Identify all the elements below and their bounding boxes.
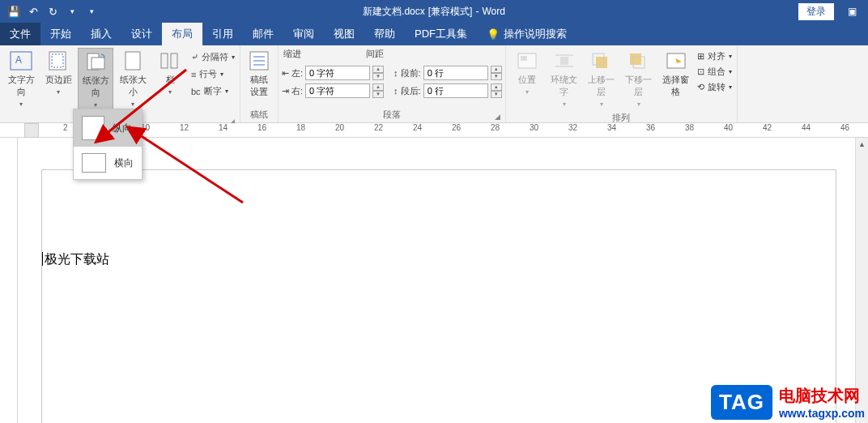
group-objects-button[interactable]: ⊡组合▾ <box>696 65 734 79</box>
undo-icon[interactable]: ↶ <box>24 2 42 20</box>
lightbulb-icon: 💡 <box>487 28 500 41</box>
tab-references[interactable]: 引用 <box>202 23 243 45</box>
ruler-mark: 42 <box>763 123 802 137</box>
group-icon: ⊡ <box>697 66 704 77</box>
wrap-text-button[interactable]: 环绕文 字▾ <box>547 48 582 110</box>
ribbon-options-icon[interactable]: ▣ <box>840 6 863 17</box>
tab-view[interactable]: 视图 <box>324 23 364 45</box>
ruler-mark: 22 <box>374 123 413 137</box>
tab-insert[interactable]: 插入 <box>81 23 121 45</box>
ruler-mark: 46 <box>840 123 868 137</box>
tell-me[interactable]: 💡 操作说明搜索 <box>477 23 577 45</box>
send-backward-button[interactable]: 下移一层▾ <box>621 48 657 110</box>
ruler-mark: 40 <box>724 123 763 137</box>
group-arrange: 位置▾ 环绕文 字▾ 上移一层▾ 下移一层▾ 选择窗格 ⊞对齐▾ ⊡组合▾ <box>506 45 738 122</box>
svg-rect-15 <box>560 57 568 65</box>
save-icon[interactable]: 💾 <box>5 2 23 20</box>
margins-button[interactable]: 页边距▾ <box>40 48 76 98</box>
indent-left-input[interactable] <box>305 66 370 80</box>
ruler-mark: 16 <box>257 123 296 137</box>
tab-mailings[interactable]: 邮件 <box>243 23 283 45</box>
indent-left-icon: ⇤ <box>282 68 289 79</box>
line-numbers-button[interactable]: ≡行号▾ <box>189 66 236 82</box>
indent-right-spinner[interactable]: ▲▼ <box>372 83 384 98</box>
title-bar: 💾 ↶ ↻ ▾ ▾ 新建文档.docx [兼容模式] - Word 登录 ▣ <box>0 0 868 23</box>
hyphenation-button[interactable]: bc断字▾ <box>189 83 236 99</box>
paragraph-launcher[interactable]: ◢ <box>495 113 500 121</box>
tab-file[interactable]: 文件 <box>0 23 40 45</box>
scroll-up-icon[interactable]: ▲ <box>856 138 868 151</box>
tab-layout[interactable]: 布局 <box>162 23 202 45</box>
ruler-mark: 18 <box>296 123 335 137</box>
tab-design[interactable]: 设计 <box>121 23 162 45</box>
watermark: TAG 电脑技术网 www.tagxp.com <box>711 385 865 420</box>
document-text[interactable]: 极光下载站 <box>42 251 109 268</box>
space-after-icon: ↕ <box>394 86 398 96</box>
indent-right-icon: ⇥ <box>282 86 289 96</box>
tab-pdf[interactable]: PDF工具集 <box>405 23 477 45</box>
redo-icon[interactable]: ↻ <box>44 2 62 20</box>
space-after-input[interactable] <box>423 83 488 98</box>
ruler-mark: 30 <box>530 123 568 137</box>
position-icon <box>515 50 539 71</box>
annotation-arrow-2 <box>121 122 251 211</box>
forward-icon <box>589 50 614 71</box>
indent-right-field: ⇥右: ▲▼ <box>282 83 384 98</box>
login-button[interactable]: 登录 <box>798 3 834 20</box>
backward-icon <box>627 50 651 71</box>
svg-rect-14 <box>521 56 527 61</box>
text-direction-button[interactable]: A 文字方向▾ <box>3 48 39 110</box>
space-after-field: ↕段后: ▲▼ <box>394 83 502 98</box>
spacing-header: 间距 <box>366 48 384 60</box>
doc-name: 新建文档.docx <box>363 5 425 19</box>
svg-rect-18 <box>596 57 607 68</box>
manuscript-button[interactable]: 稿纸 设置 <box>244 48 274 100</box>
ruler-mark: 34 <box>607 123 646 137</box>
margins-icon <box>46 50 70 71</box>
ruler-mark: 36 <box>646 123 685 137</box>
align-button[interactable]: ⊞对齐▾ <box>696 49 734 63</box>
indent-left-field: ⇤左: ▲▼ <box>282 66 384 80</box>
ruler-mark: 26 <box>452 123 491 137</box>
manuscript-label: 稿纸 <box>244 107 274 122</box>
tab-help[interactable]: 帮助 <box>364 23 405 45</box>
ruler-mark: 28 <box>491 123 530 137</box>
group-manuscript: 稿纸 设置 稿纸 <box>240 45 279 122</box>
vertical-scrollbar[interactable]: ▲ <box>855 138 868 423</box>
watermark-title: 电脑技术网 <box>779 385 865 407</box>
tab-review[interactable]: 审阅 <box>283 23 324 45</box>
svg-text:A: A <box>15 54 22 66</box>
bring-forward-button[interactable]: 上移一层▾ <box>584 48 619 110</box>
space-after-spinner[interactable]: ▲▼ <box>491 83 502 98</box>
breaks-button[interactable]: ⤶分隔符▾ <box>189 49 236 65</box>
wrap-icon <box>552 50 577 71</box>
paragraph-label: 段落 <box>383 109 401 119</box>
compat-mode: [兼容模式] <box>428 5 473 19</box>
quick-access-toolbar: 💾 ↶ ↻ ▾ ▾ <box>0 2 100 20</box>
position-button[interactable]: 位置▾ <box>509 48 545 98</box>
space-before-spinner[interactable]: ▲▼ <box>491 66 502 80</box>
rotate-button[interactable]: ⟲旋转▾ <box>696 80 734 94</box>
indent-header: 缩进 <box>283 48 301 60</box>
rotate-icon: ⟲ <box>697 82 704 92</box>
watermark-url: www.tagxp.com <box>779 407 865 420</box>
window-title: 新建文档.docx [兼容模式] - Word <box>363 5 505 19</box>
ruler-mark: 24 <box>413 123 452 137</box>
ruler-mark: 20 <box>335 123 374 137</box>
ruler-mark: 38 <box>685 123 724 137</box>
ruler-corner[interactable] <box>24 123 39 138</box>
svg-rect-20 <box>630 53 641 65</box>
indent-left-spinner[interactable]: ▲▼ <box>372 66 384 80</box>
indent-right-input[interactable] <box>305 83 370 98</box>
qat-customize-icon[interactable]: ▾ <box>63 2 81 20</box>
svg-line-24 <box>138 134 243 203</box>
manuscript-icon <box>247 50 271 71</box>
space-before-field: ↕段前: ▲▼ <box>394 66 502 80</box>
align-icon: ⊞ <box>697 51 704 62</box>
landscape-icon <box>82 153 106 173</box>
selection-pane-button[interactable]: 选择窗格 <box>658 48 694 100</box>
tab-home[interactable]: 开始 <box>40 23 81 45</box>
ruler-mark: 32 <box>568 123 607 137</box>
space-before-input[interactable] <box>423 66 488 80</box>
vertical-ruler[interactable] <box>0 138 18 423</box>
